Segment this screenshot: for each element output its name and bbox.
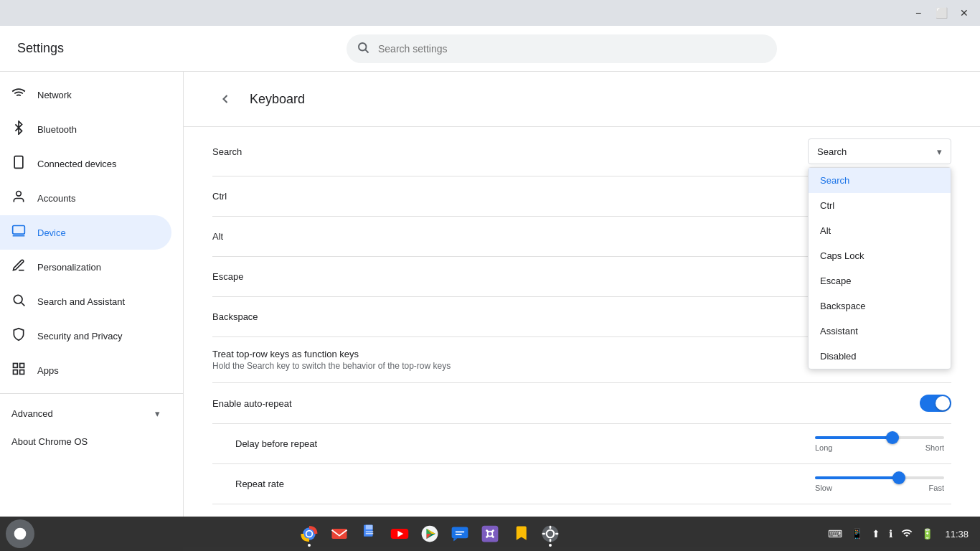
dropdown-option-ctrl[interactable]: Ctrl bbox=[809, 193, 951, 218]
search-dropdown-container: Search ▾ Search Ctrl Alt Caps Lock Escap… bbox=[808, 138, 951, 164]
taskbar-app-settings[interactable] bbox=[536, 519, 565, 548]
svg-rect-11 bbox=[20, 364, 24, 368]
delay-slider-labels: Long Short bbox=[815, 443, 944, 452]
sidebar-divider bbox=[0, 393, 183, 394]
search-setting-label: Search bbox=[212, 146, 242, 157]
search-bar bbox=[347, 34, 777, 63]
delay-slider-right-label: Short bbox=[925, 443, 944, 452]
sidebar-label-security-privacy: Security and Privacy bbox=[37, 331, 123, 342]
info-icon[interactable]: ℹ bbox=[886, 525, 895, 542]
settings-dot bbox=[549, 544, 552, 547]
svg-rect-44 bbox=[555, 533, 558, 535]
svg-point-5 bbox=[17, 192, 22, 197]
alt-setting-label: Alt bbox=[212, 231, 223, 242]
sidebar: Network Bluetooth Connected devices bbox=[0, 72, 184, 517]
dropdown-option-search[interactable]: Search bbox=[809, 168, 951, 193]
taskbar-app-toolbox[interactable] bbox=[476, 519, 504, 548]
shortcuts-link-row: View keyboard shortcuts bbox=[212, 504, 951, 517]
settings-section: Search Search ▾ Search Ctrl Alt Caps Loc… bbox=[184, 127, 980, 517]
taskbar-app-gmail[interactable] bbox=[325, 519, 354, 548]
delay-slider-container: Long Short bbox=[808, 436, 951, 452]
dropdown-option-backspace[interactable]: Backspace bbox=[809, 293, 951, 319]
escape-setting-label: Escape bbox=[212, 271, 243, 282]
dropdown-option-assistant[interactable]: Assistant bbox=[809, 319, 951, 344]
maximize-button[interactable]: ⬜ bbox=[931, 3, 951, 23]
sidebar-label-device: Device bbox=[37, 227, 66, 238]
sidebar-item-accounts[interactable]: Accounts bbox=[0, 181, 171, 215]
phone-icon[interactable]: 📱 bbox=[848, 525, 866, 542]
chrome-dot bbox=[308, 544, 311, 547]
battery-icon[interactable]: 🔋 bbox=[918, 525, 936, 542]
search-input[interactable] bbox=[347, 34, 777, 63]
repeat-rate-slider-track bbox=[815, 476, 944, 479]
svg-line-1 bbox=[365, 50, 368, 52]
svg-line-9 bbox=[22, 303, 25, 306]
minimize-button[interactable]: − bbox=[908, 3, 928, 23]
taskbar-app-messages[interactable] bbox=[446, 519, 474, 548]
dropdown-arrow-icon: ▾ bbox=[937, 146, 942, 157]
sidebar-item-bluetooth[interactable]: Bluetooth bbox=[0, 112, 171, 146]
topbar: Settings bbox=[0, 26, 980, 72]
svg-rect-41 bbox=[550, 526, 552, 529]
dropdown-option-escape[interactable]: Escape bbox=[809, 268, 951, 293]
taskbar-app-chrome[interactable] bbox=[295, 519, 324, 548]
delay-slider-track bbox=[815, 436, 944, 439]
sidebar-label-personalization: Personalization bbox=[37, 262, 101, 273]
sidebar-item-personalization[interactable]: Personalization bbox=[0, 250, 171, 284]
dropdown-option-capslock[interactable]: Caps Lock bbox=[809, 243, 951, 268]
system-tray: ⌨ 📱 ⬆ ℹ 🔋 11:38 bbox=[825, 524, 974, 544]
search-icon bbox=[357, 41, 369, 57]
delay-slider-thumb[interactable] bbox=[886, 431, 899, 444]
repeat-rate-slider-fill bbox=[815, 476, 899, 479]
keyboard-icon[interactable]: ⌨ bbox=[825, 525, 845, 542]
search-dropdown-btn[interactable]: Search ▾ bbox=[808, 138, 951, 164]
dropdown-option-disabled[interactable]: Disabled bbox=[809, 344, 951, 369]
backspace-setting-label: Backspace bbox=[212, 311, 258, 322]
svg-rect-42 bbox=[550, 539, 552, 542]
sidebar-item-search-assistant[interactable]: Search and Assistant bbox=[0, 284, 171, 319]
back-button[interactable] bbox=[212, 86, 238, 112]
sidebar-item-security-privacy[interactable]: Security and Privacy bbox=[0, 319, 171, 353]
auto-repeat-toggle[interactable] bbox=[920, 395, 951, 412]
close-button[interactable]: ✕ bbox=[954, 3, 974, 23]
upload-icon[interactable]: ⬆ bbox=[869, 525, 883, 542]
taskbar-app-docs[interactable] bbox=[355, 519, 384, 548]
search-setting-row: Search Search ▾ Search Ctrl Alt Caps Loc… bbox=[212, 127, 951, 176]
dropdown-option-alt[interactable]: Alt bbox=[809, 218, 951, 243]
sidebar-item-apps[interactable]: Apps bbox=[0, 353, 171, 387]
taskbar: ⌨ 📱 ⬆ ℹ 🔋 11:38 bbox=[0, 517, 980, 551]
delay-setting-row: Delay before repeat Long Short bbox=[212, 424, 951, 464]
svg-rect-43 bbox=[542, 533, 545, 535]
taskbar-app-keep[interactable] bbox=[506, 519, 534, 548]
sidebar-label-network: Network bbox=[37, 90, 72, 100]
page-title: Keyboard bbox=[250, 92, 305, 107]
svg-point-15 bbox=[14, 528, 27, 540]
repeat-rate-slider-right-label: Fast bbox=[929, 484, 944, 492]
taskbar-app-youtube[interactable] bbox=[385, 519, 414, 548]
sidebar-item-advanced[interactable]: Advanced ▾ bbox=[0, 400, 171, 428]
svg-point-38 bbox=[488, 532, 493, 537]
pencil-icon bbox=[11, 258, 26, 276]
sidebar-item-about[interactable]: About Chrome OS bbox=[0, 428, 171, 456]
laptop-icon bbox=[11, 224, 26, 241]
svg-point-8 bbox=[14, 295, 22, 303]
main-content: Keyboard Search Search ▾ Search Ctrl bbox=[184, 72, 980, 517]
tablet-icon bbox=[11, 155, 26, 172]
taskbar-app-playstore[interactable] bbox=[415, 519, 444, 548]
function-keys-text: Treat top-row keys as function keys Hold… bbox=[212, 349, 451, 371]
sidebar-item-connected-devices[interactable]: Connected devices bbox=[0, 146, 171, 181]
search-nav-icon bbox=[11, 293, 26, 310]
svg-rect-23 bbox=[366, 532, 374, 532]
svg-point-18 bbox=[307, 532, 312, 537]
search-dropdown-menu: Search Ctrl Alt Caps Lock Escape Backspa… bbox=[808, 167, 951, 369]
svg-rect-24 bbox=[366, 533, 374, 534]
clock[interactable]: 11:38 bbox=[939, 529, 974, 540]
svg-rect-6 bbox=[13, 226, 25, 235]
repeat-rate-slider-thumb[interactable] bbox=[892, 471, 905, 484]
sidebar-item-device[interactable]: Device bbox=[0, 215, 171, 250]
repeat-rate-slider-labels: Slow Fast bbox=[815, 484, 944, 492]
wifi-status-icon[interactable] bbox=[898, 524, 915, 544]
sidebar-item-network[interactable]: Network bbox=[0, 77, 171, 112]
launcher-button[interactable] bbox=[6, 519, 34, 548]
app-title: Settings bbox=[17, 41, 161, 56]
